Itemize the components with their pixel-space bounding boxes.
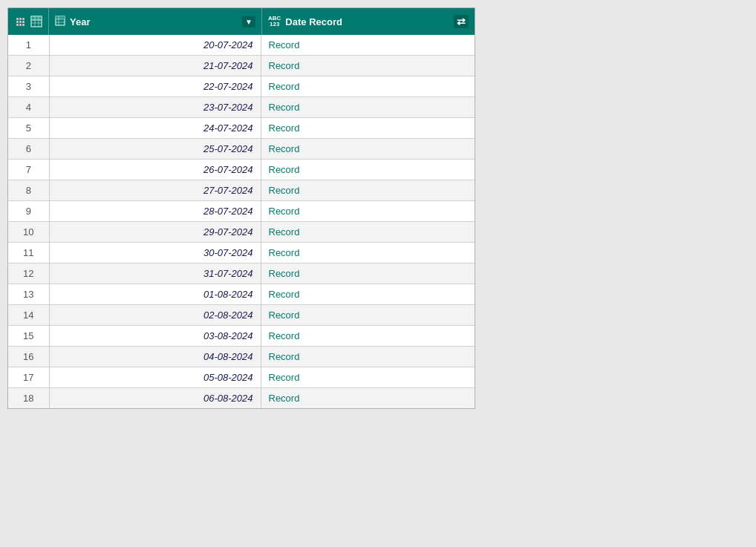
data-table: 120-07-2024Record221-07-2024Record322-07… bbox=[8, 35, 475, 408]
row-number-cell: 10 bbox=[8, 222, 49, 243]
row-number-cell: 14 bbox=[8, 305, 49, 326]
record-cell: Record bbox=[261, 160, 475, 180]
year-cell: 02-08-2024 bbox=[49, 305, 261, 326]
year-cell: 31-07-2024 bbox=[49, 263, 261, 284]
svg-rect-7 bbox=[56, 16, 65, 19]
table-row: 120-07-2024Record bbox=[8, 35, 475, 56]
row-number-cell: 7 bbox=[8, 160, 49, 180]
table-row: 1301-08-2024Record bbox=[8, 284, 475, 305]
row-number-cell: 15 bbox=[8, 326, 49, 347]
row-number-cell: 5 bbox=[8, 118, 49, 139]
table-row: 625-07-2024Record bbox=[8, 139, 475, 160]
year-cell: 20-07-2024 bbox=[49, 35, 261, 56]
table-row: 1604-08-2024Record bbox=[8, 347, 475, 367]
year-cell: 24-07-2024 bbox=[49, 118, 261, 139]
record-cell: Record bbox=[261, 139, 475, 160]
date-record-column-label: Date Record bbox=[285, 16, 342, 27]
row-number-cell: 3 bbox=[8, 76, 49, 97]
sort-icon[interactable]: ⇄ bbox=[454, 15, 469, 28]
record-cell: Record bbox=[261, 326, 475, 347]
row-number-cell: 2 bbox=[8, 56, 49, 76]
year-column-header: Year ▼ bbox=[49, 8, 262, 35]
row-number-cell: 9 bbox=[8, 201, 49, 222]
table-row: 1503-08-2024Record bbox=[8, 326, 475, 347]
table-row: 423-07-2024Record bbox=[8, 97, 475, 118]
row-number-cell: 12 bbox=[8, 263, 49, 284]
table-row: 726-07-2024Record bbox=[8, 160, 475, 180]
record-cell: Record bbox=[261, 35, 475, 56]
year-cell: 01-08-2024 bbox=[49, 284, 261, 305]
year-cell: 27-07-2024 bbox=[49, 180, 261, 201]
year-cell: 21-07-2024 bbox=[49, 56, 261, 76]
table-row: 928-07-2024Record bbox=[8, 201, 475, 222]
table-row: 827-07-2024Record bbox=[8, 180, 475, 201]
year-cell: 29-07-2024 bbox=[49, 222, 261, 243]
row-number-cell: 6 bbox=[8, 139, 49, 160]
row-number-header bbox=[8, 8, 49, 35]
data-table-container: Year ▼ ABC 123 Date Record ⇄ 120-07-2024… bbox=[7, 7, 475, 409]
record-cell: Record bbox=[261, 305, 475, 326]
row-number-cell: 1 bbox=[8, 35, 49, 56]
record-cell: Record bbox=[261, 76, 475, 97]
row-number-cell: 16 bbox=[8, 347, 49, 367]
record-cell: Record bbox=[261, 118, 475, 139]
date-col-icon: ABC 123 bbox=[268, 16, 281, 27]
table-row: 322-07-2024Record bbox=[8, 76, 475, 97]
record-cell: Record bbox=[261, 367, 475, 388]
year-col-icon bbox=[55, 16, 65, 28]
grid-icon[interactable] bbox=[14, 15, 27, 28]
year-cell: 28-07-2024 bbox=[49, 201, 261, 222]
year-cell: 30-07-2024 bbox=[49, 243, 261, 263]
year-column-label: Year bbox=[70, 16, 90, 27]
date-record-column-header: ABC 123 Date Record ⇄ bbox=[262, 8, 475, 35]
year-cell: 03-08-2024 bbox=[49, 326, 261, 347]
table-row: 524-07-2024Record bbox=[8, 118, 475, 139]
record-cell: Record bbox=[261, 201, 475, 222]
row-number-cell: 13 bbox=[8, 284, 49, 305]
year-cell: 26-07-2024 bbox=[49, 160, 261, 180]
year-cell: 05-08-2024 bbox=[49, 367, 261, 388]
record-cell: Record bbox=[261, 284, 475, 305]
record-cell: Record bbox=[261, 180, 475, 201]
year-cell: 04-08-2024 bbox=[49, 347, 261, 367]
year-dropdown-icon[interactable]: ▼ bbox=[242, 16, 255, 27]
row-number-cell: 4 bbox=[8, 97, 49, 118]
table-header: Year ▼ ABC 123 Date Record ⇄ bbox=[8, 8, 475, 35]
table-row: 1402-08-2024Record bbox=[8, 305, 475, 326]
svg-rect-1 bbox=[31, 16, 42, 20]
record-cell: Record bbox=[261, 56, 475, 76]
record-cell: Record bbox=[261, 243, 475, 263]
row-number-cell: 18 bbox=[8, 388, 49, 409]
record-cell: Record bbox=[261, 97, 475, 118]
record-cell: Record bbox=[261, 222, 475, 243]
table-row: 1130-07-2024Record bbox=[8, 243, 475, 263]
row-number-cell: 8 bbox=[8, 180, 49, 201]
row-number-cell: 11 bbox=[8, 243, 49, 263]
year-cell: 22-07-2024 bbox=[49, 76, 261, 97]
year-cell: 25-07-2024 bbox=[49, 139, 261, 160]
row-number-cell: 17 bbox=[8, 367, 49, 388]
record-cell: Record bbox=[261, 388, 475, 409]
table-row: 1705-08-2024Record bbox=[8, 367, 475, 388]
table-row: 221-07-2024Record bbox=[8, 56, 475, 76]
record-cell: Record bbox=[261, 347, 475, 367]
record-cell: Record bbox=[261, 263, 475, 284]
year-cell: 23-07-2024 bbox=[49, 97, 261, 118]
table-row: 1029-07-2024Record bbox=[8, 222, 475, 243]
table-row: 1231-07-2024Record bbox=[8, 263, 475, 284]
table-row: 1806-08-2024Record bbox=[8, 388, 475, 409]
year-cell: 06-08-2024 bbox=[49, 388, 261, 409]
table-icon[interactable] bbox=[30, 15, 43, 28]
